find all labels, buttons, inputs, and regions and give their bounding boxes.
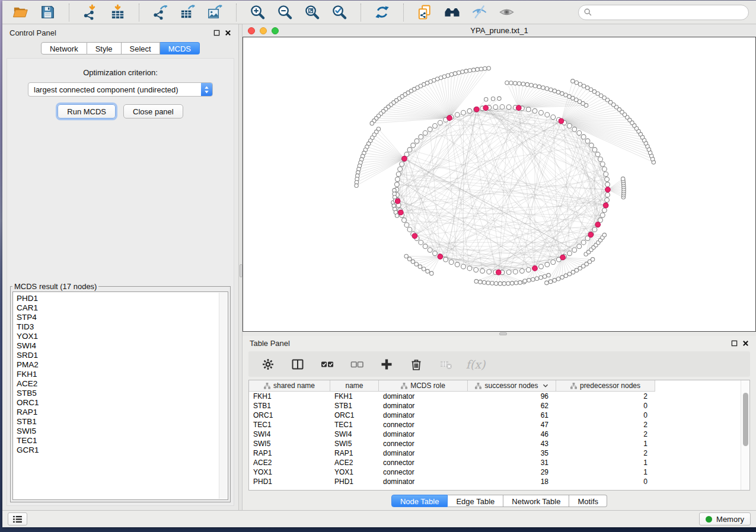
table-scrollbar[interactable] xyxy=(741,380,749,490)
close-panel-button[interactable]: Close panel xyxy=(123,104,183,118)
leaf-node[interactable] xyxy=(483,66,487,70)
cell-shared-name[interactable]: PHD1 xyxy=(249,477,330,486)
deselect-all-rows-button[interactable] xyxy=(349,357,365,372)
ring-node[interactable] xyxy=(567,124,572,129)
leaf-node[interactable] xyxy=(422,267,426,271)
split-columns-button[interactable] xyxy=(290,357,305,372)
table-row[interactable]: TEC1TEC1connector472 xyxy=(249,420,655,430)
mcds-node-item[interactable]: FKH1 xyxy=(17,370,228,379)
delete-column-button[interactable] xyxy=(409,357,424,372)
leaf-node[interactable] xyxy=(545,86,548,90)
cell-mcds-role[interactable]: connector xyxy=(379,468,468,476)
cell-name[interactable]: PHD1 xyxy=(330,477,379,486)
show-all-button[interactable] xyxy=(496,3,517,22)
ring-node[interactable] xyxy=(598,218,603,223)
zoom-in-button[interactable] xyxy=(247,3,268,22)
ring-node[interactable] xyxy=(605,182,610,187)
cell-name[interactable]: TEC1 xyxy=(330,421,379,429)
leaf-node[interactable] xyxy=(449,73,453,76)
leaf-node[interactable] xyxy=(521,82,525,86)
cell-mcds-role[interactable]: connector xyxy=(379,440,468,448)
leaf-node[interactable] xyxy=(567,272,571,275)
ring-node[interactable] xyxy=(461,110,466,115)
leaf-node[interactable] xyxy=(491,97,495,101)
save-session-button[interactable] xyxy=(37,3,58,22)
float-table-panel-icon[interactable] xyxy=(731,340,738,347)
hide-selected-button[interactable] xyxy=(468,3,490,22)
cell-successor-nodes[interactable]: 96 xyxy=(468,392,556,400)
ring-node[interactable] xyxy=(589,143,594,148)
ring-node[interactable] xyxy=(414,139,419,143)
vertical-splitter-grip[interactable] xyxy=(240,264,243,277)
tab-mcds[interactable]: MCDS xyxy=(160,42,200,55)
cell-mcds-role[interactable]: dominator xyxy=(379,430,468,438)
leaf-node[interactable] xyxy=(395,214,398,217)
ring-node[interactable] xyxy=(602,208,607,213)
cell-mcds-role[interactable]: dominator xyxy=(379,449,468,457)
leaf-node[interactable] xyxy=(472,68,476,72)
cell-shared-name[interactable]: RAP1 xyxy=(249,449,330,457)
close-window-icon[interactable] xyxy=(248,27,255,34)
ring-node[interactable] xyxy=(467,266,472,271)
table-row[interactable]: PHD1PHD1dominator180 xyxy=(249,477,655,486)
ring-node[interactable] xyxy=(600,162,605,166)
leaf-node[interactable] xyxy=(557,277,560,280)
table-row[interactable]: ACE2ACE2connector311 xyxy=(249,458,655,467)
ring-node[interactable] xyxy=(407,148,412,152)
horizontal-splitter[interactable] xyxy=(243,332,756,336)
mcds-hub-node[interactable] xyxy=(605,187,611,193)
close-table-panel-icon[interactable] xyxy=(742,340,749,347)
cell-successor-nodes[interactable]: 43 xyxy=(468,440,556,448)
leaf-node[interactable] xyxy=(525,82,529,86)
cell-mcds-role[interactable]: dominator xyxy=(379,411,468,419)
cell-successor-nodes[interactable]: 29 xyxy=(468,468,556,476)
mcds-node-item[interactable]: STP4 xyxy=(17,313,228,322)
mcds-node-item[interactable]: CAR1 xyxy=(17,303,228,313)
leaf-node[interactable] xyxy=(517,82,521,85)
leaf-node[interactable] xyxy=(533,84,537,88)
cell-predecessor-nodes[interactable]: 0 xyxy=(556,411,655,419)
leaf-node[interactable] xyxy=(484,98,488,101)
cell-name[interactable]: RAP1 xyxy=(330,449,379,457)
import-table-button[interactable] xyxy=(107,3,128,22)
ring-node[interactable] xyxy=(419,134,423,139)
ring-node[interactable] xyxy=(605,198,610,203)
ring-node[interactable] xyxy=(604,172,608,177)
maximize-window-icon[interactable] xyxy=(272,27,279,34)
cell-successor-nodes[interactable]: 47 xyxy=(468,421,556,429)
tab-network-table[interactable]: Network Table xyxy=(503,495,569,507)
leaf-node[interactable] xyxy=(518,281,522,284)
ring-node[interactable] xyxy=(411,143,416,148)
tab-network[interactable]: Network xyxy=(41,42,87,55)
leaf-node[interactable] xyxy=(621,177,625,181)
cell-shared-name[interactable]: TEC1 xyxy=(249,421,330,429)
mcds-hub-node[interactable] xyxy=(438,254,443,259)
ring-node[interactable] xyxy=(433,124,438,129)
cell-successor-nodes[interactable]: 61 xyxy=(468,411,556,419)
vertical-splitter[interactable] xyxy=(238,24,243,510)
mcds-hub-node[interactable] xyxy=(398,210,404,215)
mcds-node-item[interactable]: PHD1 xyxy=(17,294,228,303)
table-row[interactable]: YOX1YOX1connector291 xyxy=(249,467,655,477)
tab-style[interactable]: Style xyxy=(87,42,122,55)
zoom-selected-button[interactable] xyxy=(328,3,350,22)
column-header-name[interactable]: name xyxy=(330,380,379,391)
horizontal-splitter-grip[interactable] xyxy=(499,332,507,335)
mcds-node-item[interactable]: RAP1 xyxy=(17,408,228,417)
ring-node[interactable] xyxy=(577,244,582,249)
cell-successor-nodes[interactable]: 31 xyxy=(468,459,556,467)
leaf-node[interactable] xyxy=(474,280,478,283)
leaf-node[interactable] xyxy=(575,81,578,84)
close-panel-icon[interactable] xyxy=(225,30,231,36)
mcds-node-item[interactable]: PMA2 xyxy=(17,360,228,370)
column-header-predecessor-nodes[interactable]: predecessor nodes xyxy=(556,380,655,391)
cell-name[interactable]: STB1 xyxy=(330,402,379,410)
tab-node-table[interactable]: Node Table xyxy=(391,495,448,507)
network-graph[interactable] xyxy=(243,37,755,331)
clone-network-button[interactable] xyxy=(414,3,435,22)
leaf-node[interactable] xyxy=(564,93,567,97)
mcds-hub-node[interactable] xyxy=(603,203,608,208)
leaf-node[interactable] xyxy=(464,69,468,73)
ring-node[interactable] xyxy=(455,262,460,267)
leaf-node[interactable] xyxy=(589,88,592,91)
